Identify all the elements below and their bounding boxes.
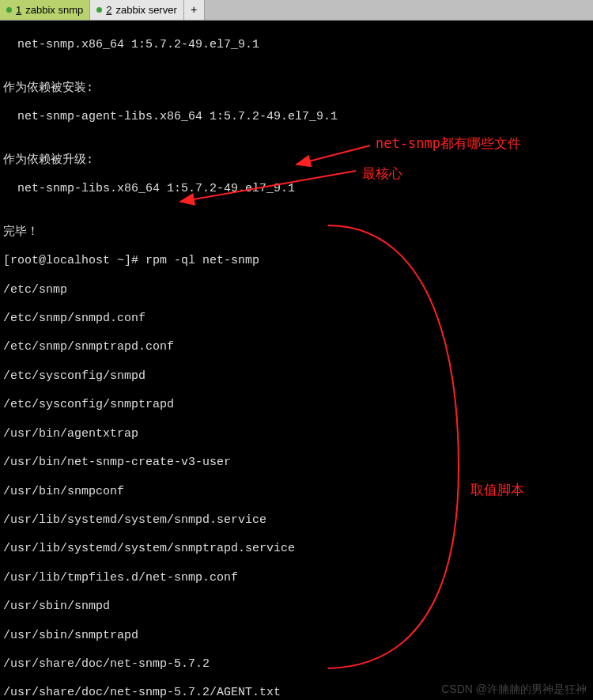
term-line: net-snmp-libs.x86_64 1:5.7.2-49.el7_9.1 [3,182,591,196]
term-line: /usr/sbin/snmpd [3,600,591,614]
term-line: net-snmp.x86_64 1:5.7.2-49.el7_9.1 [3,38,591,52]
tab-zabbix-snmp[interactable]: 1 zabbix snmp [0,0,90,20]
term-line: /etc/snmp/snmpd.conf [3,312,591,326]
term-line: net-snmp-agent-libs.x86_64 1:5.7.2-49.el… [3,110,591,124]
term-line: [root@localhost ~]# rpm -ql net-snmp [3,254,591,268]
term-line: /usr/share/doc/net-snmp-5.7.2 [3,657,591,672]
status-dot-icon [96,7,102,13]
term-line: /usr/lib/systemd/system/snmpd.service [3,513,591,528]
term-line: 作为依赖被升级: [3,153,591,168]
status-dot-icon [6,7,12,13]
term-line: /etc/sysconfig/snmpd [3,369,591,384]
term-line: 完毕！ [3,225,591,240]
term-line: /usr/bin/snmpconf [3,485,591,499]
term-line: /usr/bin/agentxtrap [3,427,591,441]
watermark: CSDN @许腩腩的男神是狂神 [441,683,587,697]
term-line: /etc/snmp [3,283,591,297]
tab-label: zabbix snmp [25,4,83,16]
term-line: /usr/lib/systemd/system/snmptrapd.servic… [3,542,591,556]
term-line: /etc/sysconfig/snmptrapd [3,398,591,412]
tab-bar: 1 zabbix snmp 2 zabbix server + [0,0,593,21]
new-tab-button[interactable]: + [184,0,205,20]
tab-label: zabbix server [115,4,176,16]
tab-number: 1 [16,4,21,16]
term-line: /usr/sbin/snmptrapd [3,629,591,643]
term-line: /usr/bin/net-snmp-create-v3-user [3,456,591,470]
term-line: /etc/snmp/snmptrapd.conf [3,340,591,354]
term-line: 作为依赖被安装: [3,81,591,96]
tab-number: 2 [106,4,111,16]
terminal-output[interactable]: net-snmp.x86_64 1:5.7.2-49.el7_9.1 作为依赖被… [0,21,593,700]
tab-zabbix-server[interactable]: 2 zabbix server [90,0,184,20]
term-line: /usr/lib/tmpfiles.d/net-snmp.conf [3,571,591,585]
